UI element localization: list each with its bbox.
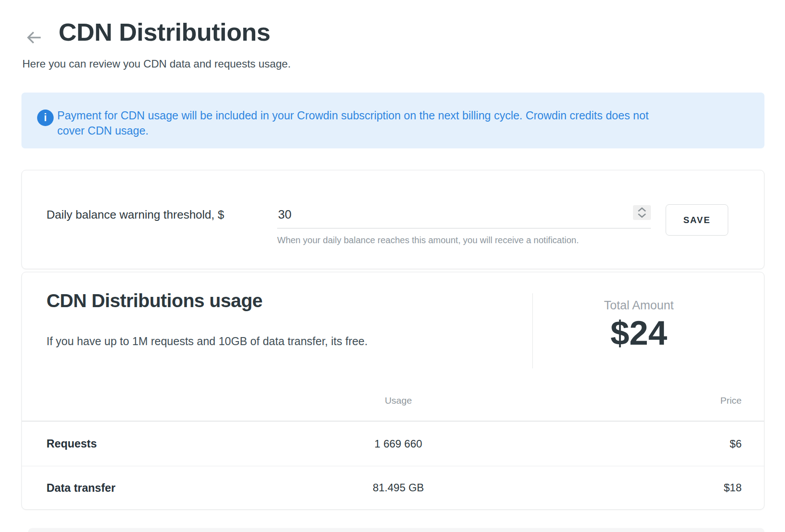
row-name: Data transfer [46,481,264,494]
threshold-input-area [277,207,651,228]
info-icon: i [37,110,54,126]
page-subtitle: Here you can review you CDN data and req… [22,57,291,71]
row-name: Requests [46,437,264,450]
total-amount-value: $24 [532,314,745,352]
table-header: Usage Price [22,380,764,422]
stepper-down-button[interactable] [637,213,647,218]
banner-text-line2: cover CDN usage. [57,123,649,138]
total-amount-label: Total Amount [532,299,745,312]
number-stepper[interactable] [633,205,651,220]
threshold-label: Daily balance warning threshold, $ [46,208,224,221]
arrow-left-icon [25,29,43,46]
banner-text: Payment for CDN usage will be included i… [57,108,649,138]
usage-card: CDN Distributions usage If you have up t… [21,272,764,510]
chevron-down-icon [637,213,647,218]
chevron-up-icon [637,207,647,212]
row-usage: 81.495 GB [264,481,532,494]
column-header-price: Price [532,395,742,406]
usage-table: Usage Price Requests 1 669 660 $6 Data t… [22,380,764,509]
threshold-helper-text: When your daily balance reaches this amo… [277,235,579,245]
total-amount-block: Total Amount $24 [532,292,745,352]
page-title: CDN Distributions [59,18,270,46]
info-banner: i Payment for CDN usage will be included… [21,93,764,148]
row-price: $18 [532,481,742,494]
usage-card-title: CDN Distributions usage [46,290,262,312]
stepper-up-button[interactable] [637,207,647,212]
table-row: Data transfer 81.495 GB $18 [22,466,764,509]
cdn-distributions-page: CDN Distributions Here you can review yo… [0,0,785,532]
table-row: Requests 1 669 660 $6 [22,422,764,466]
banner-text-line1: Payment for CDN usage will be included i… [57,108,649,123]
back-button[interactable] [23,27,45,48]
threshold-card: Daily balance warning threshold, $ [21,170,764,269]
row-price: $6 [532,438,742,450]
column-header-usage: Usage [264,395,532,406]
threshold-input[interactable] [277,207,651,228]
save-button[interactable]: SAVE [666,204,728,236]
row-usage: 1 669 660 [264,438,532,450]
usage-card-description: If you have up to 1M requests and 10GB o… [46,334,367,348]
next-card-edge [28,528,764,532]
